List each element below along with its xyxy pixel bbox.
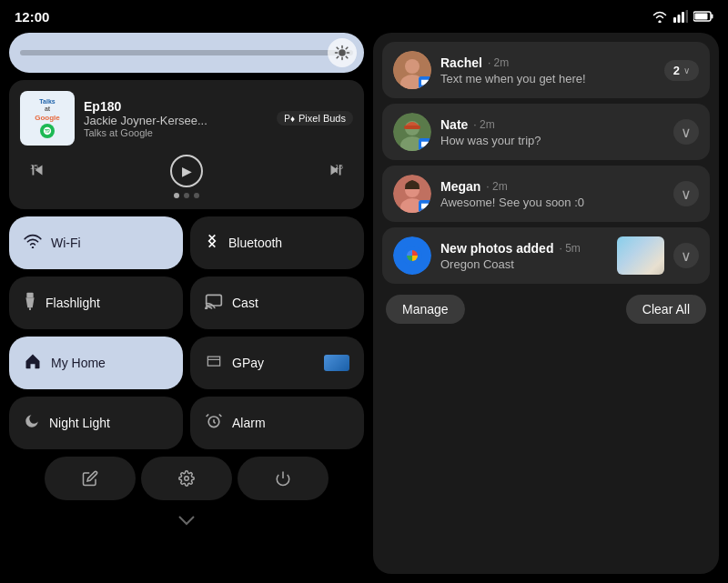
notif-name-photos: New photos added	[440, 241, 553, 256]
notif-time-nate: · 2m	[473, 118, 494, 131]
svg-rect-17	[26, 292, 33, 297]
notif-expand-rachel[interactable]: 2 ∨	[664, 60, 699, 81]
bluetooth-icon	[205, 232, 219, 255]
clear-all-button[interactable]: Clear All	[626, 295, 706, 324]
expand-btn-photos[interactable]: ∨	[673, 243, 699, 268]
edit-button[interactable]	[45, 457, 136, 500]
svg-rect-1	[678, 15, 681, 23]
msg-app-badge-megan	[419, 200, 431, 213]
msg-app-badge-rachel	[419, 76, 431, 89]
avatar-nate	[393, 113, 431, 151]
svg-rect-33	[404, 126, 420, 129]
svg-point-16	[32, 246, 34, 248]
media-album: Talks at Google	[20, 91, 75, 146]
svg-line-12	[337, 47, 339, 49]
dot-3	[194, 193, 199, 198]
notif-body-photos: New photos added · 5m Oregon Coast	[440, 241, 608, 271]
avatar-photos	[393, 236, 431, 275]
alarm-icon	[205, 412, 223, 435]
pixel-buds-badge: P♦ Pixel Buds	[277, 111, 353, 126]
notif-time-megan: · 2m	[486, 180, 507, 193]
notif-time-photos: · 5m	[559, 242, 580, 255]
avatar-megan	[393, 175, 431, 213]
toggle-bluetooth[interactable]: Bluetooth	[190, 216, 364, 269]
album-text3: Google	[35, 114, 60, 123]
skip-back-label: 15	[27, 160, 47, 183]
expand-count-rachel: 2	[673, 64, 680, 77]
cast-label: Cast	[232, 296, 258, 310]
toggle-nightlight[interactable]: Night Light	[9, 397, 183, 449]
toggle-alarm[interactable]: Alarm	[190, 397, 364, 449]
flashlight-label: Flashlight	[46, 296, 100, 310]
media-title: Jackie Joyner-Kersee...	[84, 114, 268, 127]
play-button[interactable]: ▶	[170, 155, 203, 187]
photos-thumbnail	[617, 236, 664, 275]
status-icons	[652, 10, 713, 23]
notif-msg-nate: How was your trip?	[440, 134, 664, 147]
notif-nate[interactable]: Nate · 2m How was your trip? ∨	[382, 104, 710, 160]
battery-icon	[693, 11, 713, 22]
notif-time-rachel: · 2m	[488, 56, 509, 69]
brightness-track	[20, 50, 353, 55]
svg-rect-3	[686, 10, 689, 23]
skip-back-num: 15	[30, 163, 38, 171]
svg-rect-5	[695, 14, 708, 20]
gpay-card	[324, 355, 349, 371]
status-time: 12:00	[15, 9, 49, 25]
cast-icon	[205, 293, 223, 314]
manage-button[interactable]: Manage	[386, 295, 465, 324]
notif-header-photos: New photos added · 5m	[440, 241, 608, 256]
svg-line-14	[337, 56, 339, 58]
signal-icon	[673, 10, 688, 23]
action-bar	[9, 457, 364, 500]
svg-line-15	[346, 47, 348, 49]
svg-rect-6	[712, 15, 713, 19]
notif-header-rachel: Rachel · 2m	[440, 55, 655, 70]
brightness-icon	[328, 38, 357, 67]
notif-header-nate: Nate · 2m	[440, 117, 664, 132]
gpay-label: GPay	[232, 356, 264, 370]
toggle-flashlight[interactable]: Flashlight	[9, 276, 183, 329]
notif-header-megan: Megan · 2m	[440, 179, 664, 194]
svg-point-7	[339, 49, 346, 56]
media-info: Ep180 Jackie Joyner-Kersee... Talks at G…	[84, 99, 268, 138]
svg-rect-2	[682, 12, 684, 23]
moon-icon	[24, 413, 40, 434]
svg-point-21	[206, 307, 207, 309]
notif-name-megan: Megan	[440, 179, 480, 194]
toggle-myhome[interactable]: My Home	[9, 337, 183, 389]
nightlight-label: Night Light	[49, 416, 110, 430]
media-source: Talks at Google	[84, 127, 268, 138]
home-icon	[24, 352, 42, 375]
main-area: Talks at Google Ep180 Jackie Joyner-Kers…	[0, 33, 728, 583]
expand-btn-megan[interactable]: ∨	[673, 181, 699, 206]
brightness-slider[interactable]	[9, 33, 364, 73]
chevron-down[interactable]	[9, 508, 364, 534]
notification-panel: Rachel · 2m Text me when you get here! 2…	[373, 33, 719, 574]
gpay-icon	[205, 353, 223, 374]
media-controls: 15 ▶ 15	[20, 155, 353, 187]
notif-photos[interactable]: New photos added · 5m Oregon Coast ∨	[382, 227, 710, 284]
toggle-grid: Wi-Fi Bluetooth	[9, 216, 364, 449]
power-button[interactable]	[238, 457, 329, 500]
myhome-label: My Home	[51, 356, 106, 370]
dot-2	[184, 193, 189, 198]
notif-msg-megan: Awesome! See you soon :0	[440, 196, 664, 209]
svg-point-28	[405, 59, 420, 74]
toggle-cast[interactable]: Cast	[190, 276, 364, 329]
toggle-wifi[interactable]: Wi-Fi	[9, 216, 183, 269]
album-text1: Talks	[39, 98, 55, 106]
notif-footer: Manage Clear All	[382, 291, 710, 324]
notif-body-nate: Nate · 2m How was your trip?	[440, 117, 664, 147]
expand-btn-nate[interactable]: ∨	[673, 119, 699, 145]
media-top: Talks at Google Ep180 Jackie Joyner-Kers…	[20, 91, 353, 146]
notif-rachel[interactable]: Rachel · 2m Text me when you get here! 2…	[382, 42, 710, 98]
notif-megan[interactable]: Megan · 2m Awesome! See you soon :0 ∨	[382, 166, 710, 222]
svg-point-25	[185, 477, 189, 481]
skip-forward-label: 15	[326, 160, 346, 183]
settings-button[interactable]	[141, 457, 232, 500]
notif-name-rachel: Rachel	[440, 55, 482, 70]
toggle-gpay[interactable]: GPay	[190, 337, 364, 389]
svg-line-23	[207, 414, 209, 417]
dot-1	[174, 193, 179, 198]
